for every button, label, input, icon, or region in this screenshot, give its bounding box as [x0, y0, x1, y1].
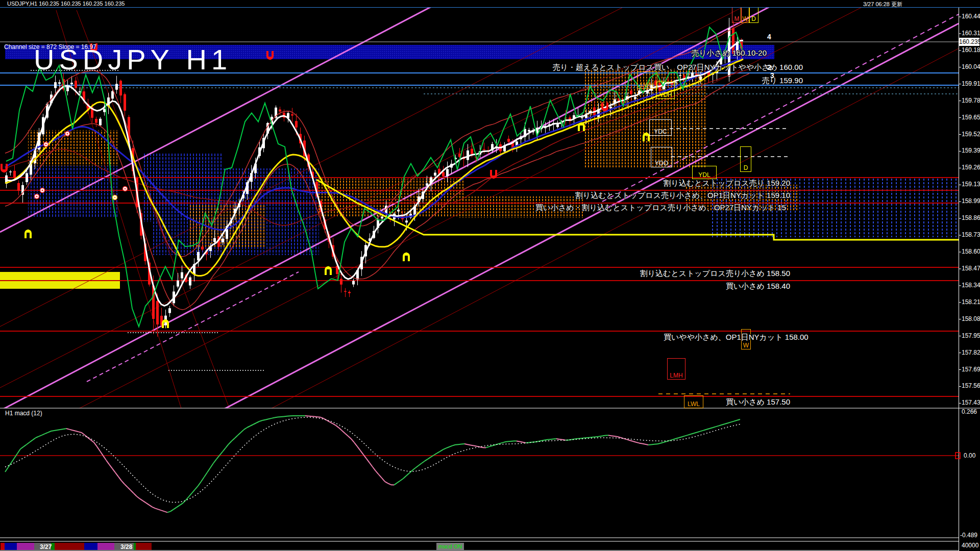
price-tick: 158.735	[962, 231, 980, 238]
macd-line	[97, 446, 100, 451]
price-annotation: 割り込むとストップロス売り小さめ 158.50	[640, 269, 790, 279]
price-tick: 157.690	[962, 366, 980, 373]
macd-toggle-button[interactable]: macd ON	[436, 543, 464, 550]
macd-line	[189, 493, 192, 496]
macd-line	[63, 429, 66, 429]
macd-line	[523, 442, 526, 443]
price-tick: 157.820	[962, 349, 980, 356]
macd-line	[76, 431, 79, 432]
macd-line	[152, 507, 155, 509]
macd-line	[195, 486, 198, 489]
macd-line	[348, 436, 351, 439]
macd-line	[149, 505, 152, 507]
macd-line	[66, 429, 69, 430]
macd-line	[611, 436, 615, 436]
macd-line	[434, 453, 437, 455]
macd-line	[550, 439, 553, 440]
macd-line	[8, 463, 11, 467]
timeline-segment	[1, 543, 5, 550]
macd-line	[275, 417, 278, 418]
macd-line	[94, 442, 97, 446]
buy-arrow-icon	[26, 229, 31, 238]
macd-line	[278, 417, 281, 417]
level-object-box-d: D	[740, 146, 751, 172]
macd-line	[440, 449, 443, 452]
macd-line	[259, 420, 262, 421]
macd-line	[660, 442, 664, 443]
timeline-segment	[97, 543, 114, 550]
macd-line	[480, 447, 483, 447]
level-object-box-lwl: LWL	[684, 395, 703, 408]
macd-line	[510, 441, 513, 441]
price-tick: 160.180	[962, 46, 980, 54]
macd-line	[498, 443, 501, 444]
macd-line	[602, 436, 605, 436]
ichimoku-cloud	[28, 130, 117, 166]
macd-line	[382, 478, 385, 482]
macd-line	[706, 429, 709, 430]
macd-line	[281, 416, 284, 417]
macd-line	[520, 442, 523, 442]
macd-line	[642, 444, 645, 444]
macd-line	[357, 446, 360, 450]
box-label: YDH	[659, 91, 672, 98]
timeline-date-label: 3/28	[120, 543, 132, 550]
macd-line	[143, 501, 146, 503]
macd-line	[596, 436, 599, 437]
macd-line	[354, 442, 357, 446]
macd-line	[33, 438, 36, 440]
timeline-segment	[136, 543, 152, 550]
macd-line	[691, 433, 694, 434]
wave-count-label: 4	[767, 33, 771, 41]
macd-line	[385, 482, 388, 483]
box-label: W	[742, 15, 748, 22]
macd-line	[446, 447, 449, 448]
macd-indicator-label: H1 macd (12)	[5, 410, 42, 417]
macd-line	[256, 421, 259, 423]
price-annotation: 売り小さめ 160.10-20	[691, 48, 767, 58]
macd-line	[464, 444, 468, 444]
macd-line	[207, 468, 210, 472]
macd-line	[449, 446, 452, 447]
channel-info-label: Channel size = 872 Slope = 16.97	[4, 43, 96, 51]
box-label: D	[751, 15, 756, 22]
macd-line	[192, 489, 195, 493]
macd-line	[314, 417, 317, 417]
macd-line	[590, 437, 593, 438]
macd-line	[618, 437, 621, 438]
macd-line	[48, 431, 51, 433]
macd-line	[155, 508, 158, 509]
macd-line	[400, 479, 403, 481]
macd-line	[703, 430, 706, 431]
wave-count-label: 3	[770, 71, 774, 80]
price-tick: 158.865	[962, 214, 980, 221]
macd-line	[657, 443, 660, 444]
price-tick: 158.995	[962, 197, 980, 205]
window-title-bar: USDJPY,H1 160.235 160.235 160.235 160.23…	[0, 0, 980, 8]
macd-line	[140, 499, 143, 501]
chart-canvas[interactable]	[0, 0, 980, 551]
macd-line	[694, 432, 697, 433]
macd-line	[170, 509, 174, 511]
macd-line	[351, 439, 354, 442]
macd-line	[379, 474, 382, 478]
macd-line	[238, 432, 241, 435]
macd-line	[639, 443, 642, 443]
macd-line	[722, 424, 725, 425]
macd-line	[578, 438, 581, 439]
macd-line	[363, 455, 366, 459]
macd-line	[425, 459, 428, 461]
macd-line	[204, 472, 207, 477]
macd-line	[235, 435, 238, 438]
macd-line	[406, 473, 409, 475]
macd-line	[51, 431, 54, 431]
macd-line	[244, 428, 247, 430]
level-object-box-ydc: YDC	[649, 119, 672, 136]
macd-line	[177, 505, 180, 507]
price-tick: 160.310	[962, 30, 980, 37]
box-label: YDC	[654, 128, 667, 135]
macd-line	[370, 463, 373, 467]
macd-line	[731, 421, 734, 422]
macd-line	[697, 431, 700, 432]
macd-line	[648, 444, 651, 445]
